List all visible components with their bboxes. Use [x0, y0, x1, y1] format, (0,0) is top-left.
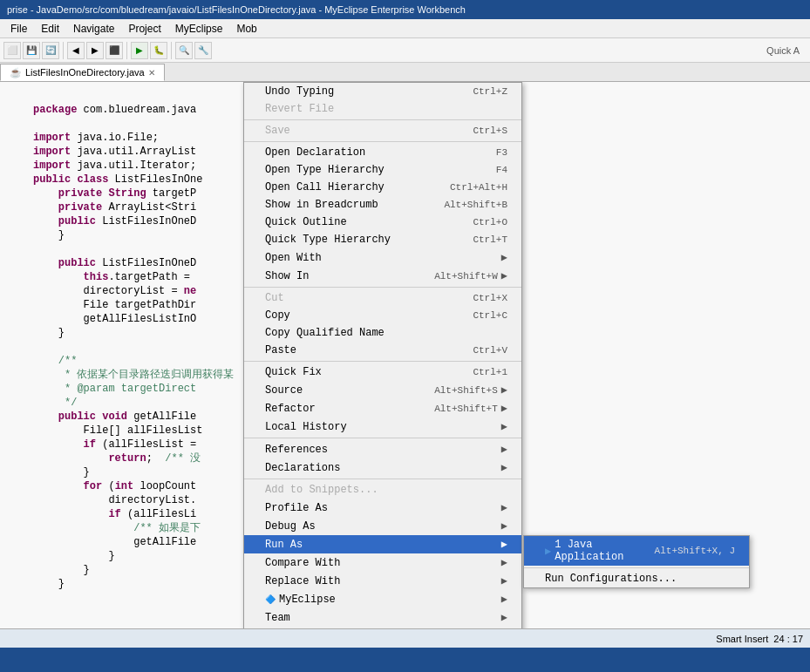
menu-navigate[interactable]: Navigate	[66, 21, 121, 37]
toolbar-btn-7[interactable]: 🔍	[175, 42, 193, 59]
run-configurations-label: Run Configurations...	[545, 573, 735, 585]
toolbar-btn-1[interactable]: ⬜	[3, 42, 21, 59]
tab-listfilesinone[interactable]: ☕ ListFilesInOneDirectory.java ✕	[0, 64, 165, 81]
tab-label: ListFilesInOneDirectory.java	[25, 67, 145, 78]
menu-open-with[interactable]: Open With ▶	[244, 248, 521, 267]
run-as-java-app[interactable]: ▶ 1 Java Application Alt+Shift+X, J	[524, 536, 749, 566]
menu-myeclipse[interactable]: MyEclipse	[168, 21, 230, 37]
menu-compare-with-label: Compare With	[265, 557, 498, 569]
code-panel: ☕ ListFilesInOneDirectory.java ✕ package…	[0, 63, 810, 628]
menu-local-history[interactable]: Local History ▶	[244, 417, 521, 436]
menu-profile-as[interactable]: Profile As ▶	[244, 499, 521, 517]
menu-compare-with-arrow: ▶	[501, 556, 507, 569]
menu-quick-fix-label: Quick Fix	[265, 366, 455, 378]
menu-undo-typing-shortcut: Ctrl+Z	[473, 86, 507, 97]
menu-mob[interactable]: Mob	[229, 21, 263, 37]
menu-quick-fix[interactable]: Quick Fix Ctrl+1	[244, 363, 521, 381]
menu-paste-shortcut: Ctrl+V	[473, 345, 507, 356]
menu-copy-shortcut: Ctrl+C	[473, 310, 507, 321]
menu-declarations-arrow: ▶	[501, 461, 507, 474]
menu-sep-2	[244, 141, 521, 142]
menu-show-in-label: Show In	[265, 270, 417, 282]
toolbar-btn-8[interactable]: 🔧	[194, 42, 212, 59]
menu-run-as[interactable]: Run As ▶ ▶ 1 Java Application Alt+Shift+…	[244, 535, 521, 553]
menu-myeclipse-label: MyEclipse	[279, 594, 498, 606]
menu-show-in-arrow: ▶	[501, 269, 507, 282]
status-position: 24 : 17	[773, 634, 803, 644]
run-as-submenu: ▶ 1 Java Application Alt+Shift+X, J Run …	[523, 535, 750, 588]
menu-refactor[interactable]: Refactor Alt+Shift+T ▶	[244, 399, 521, 417]
menu-quick-outline[interactable]: Quick Outline Ctrl+O	[244, 214, 521, 231]
menu-myeclipse[interactable]: 🔷 MyEclipse ▶	[244, 590, 521, 608]
run-configurations[interactable]: Run Configurations...	[524, 570, 749, 587]
menu-source[interactable]: Source Alt+Shift+S ▶	[244, 381, 521, 399]
menu-replace-with[interactable]: Replace With ▶	[244, 572, 521, 590]
run-as-java-app-shortcut: Alt+Shift+X, J	[655, 546, 735, 556]
menu-sep-5	[244, 438, 521, 438]
menu-sep-3	[244, 287, 521, 288]
menu-compare-with[interactable]: Compare With ▶	[244, 553, 521, 572]
menu-debug-as[interactable]: Debug As ▶	[244, 517, 521, 535]
toolbar-btn-3[interactable]: 🔄	[42, 42, 59, 59]
menu-save[interactable]: Save Ctrl+S	[244, 122, 521, 139]
menu-debug-as-label: Debug As	[265, 520, 498, 533]
menu-refactor-shortcut: Alt+Shift+T	[434, 404, 498, 414]
submenu-sep-1	[524, 567, 749, 568]
menu-save-shortcut: Ctrl+S	[473, 126, 507, 136]
menu-team-label: Team	[265, 612, 498, 624]
menu-sep-6	[244, 479, 521, 479]
menu-file[interactable]: File	[3, 21, 34, 37]
menu-refactor-label: Refactor	[265, 403, 417, 415]
toolbar-sep-3	[171, 42, 172, 59]
menu-add-snippets[interactable]: Add to Snippets...	[244, 481, 521, 499]
myeclipse-icon: 🔷	[265, 594, 276, 605]
menu-project[interactable]: Project	[121, 21, 167, 37]
menu-edit[interactable]: Edit	[34, 21, 66, 37]
toolbar-btn-4[interactable]: ◀	[67, 42, 85, 59]
menu-undo-typing[interactable]: Undo Typing Ctrl+Z	[244, 83, 521, 100]
menu-copy-qualified[interactable]: Copy Qualified Name	[244, 324, 521, 342]
toolbar-debug[interactable]: 🐛	[150, 42, 167, 59]
code-content[interactable]: package com.bluedream.java import java.i…	[0, 82, 810, 628]
toolbar-btn-6[interactable]: ⬛	[106, 42, 123, 59]
toolbar-btn-5[interactable]: ▶	[86, 42, 104, 59]
tab-bar: ☕ ListFilesInOneDirectory.java ✕	[0, 63, 810, 82]
menu-open-declaration-label: Open Declaration	[265, 146, 479, 159]
menu-source-arrow: ▶	[501, 384, 507, 397]
menu-references-label: References	[265, 444, 498, 456]
toolbar: ⬜ 💾 🔄 ◀ ▶ ⬛ ▶ 🐛 🔍 🔧 Quick A	[0, 38, 810, 63]
menu-show-in[interactable]: Show In Alt+Shift+W ▶	[244, 267, 521, 285]
menu-run-as-label: Run As	[265, 539, 498, 551]
menu-declarations-label: Declarations	[265, 462, 498, 474]
quick-access: Quick A	[766, 45, 800, 56]
toolbar-sep-2	[126, 42, 127, 59]
toolbar-run[interactable]: ▶	[131, 42, 148, 59]
menu-quick-type-hierarchy[interactable]: Quick Type Hierarchy Ctrl+T	[244, 231, 521, 248]
menu-team[interactable]: Team ▶	[244, 608, 521, 627]
menu-show-breadcrumb[interactable]: Show in Breadcrumb Alt+Shift+B	[244, 196, 521, 214]
menu-open-type-hierarchy[interactable]: Open Type Hierarchy F4	[244, 161, 521, 179]
toolbar-sep-1	[63, 42, 64, 59]
menu-replace-with-arrow: ▶	[501, 574, 507, 587]
menu-save-label: Save	[265, 125, 455, 137]
menu-open-declaration[interactable]: Open Declaration F3	[244, 144, 521, 161]
toolbar-btn-2[interactable]: 💾	[23, 42, 40, 59]
menu-cut[interactable]: Cut Ctrl+X	[244, 289, 521, 307]
menu-add-snippets-label: Add to Snippets...	[265, 484, 507, 496]
menu-open-call-hierarchy-shortcut: Ctrl+Alt+H	[450, 182, 507, 193]
tab-close[interactable]: ✕	[148, 68, 155, 78]
context-menu: Undo Typing Ctrl+Z Revert File Save Ctrl…	[243, 82, 522, 628]
menu-copy-label: Copy	[265, 309, 455, 322]
menu-quick-outline-label: Quick Outline	[265, 216, 455, 228]
menu-references[interactable]: References ▶	[244, 440, 521, 458]
menu-paste[interactable]: Paste Ctrl+V	[244, 342, 521, 359]
menu-team-arrow: ▶	[501, 611, 507, 624]
menu-myeclipse-arrow: ▶	[501, 593, 507, 606]
menu-debug-as-arrow: ▶	[501, 519, 507, 533]
menu-revert-file[interactable]: Revert File	[244, 100, 521, 118]
menu-profile-as-arrow: ▶	[501, 501, 507, 514]
menu-copy[interactable]: Copy Ctrl+C	[244, 307, 521, 324]
menu-open-call-hierarchy[interactable]: Open Call Hierarchy Ctrl+Alt+H	[244, 179, 521, 196]
menu-declarations[interactable]: Declarations ▶	[244, 458, 521, 477]
menu-open-type-hierarchy-shortcut: F4	[496, 165, 507, 175]
